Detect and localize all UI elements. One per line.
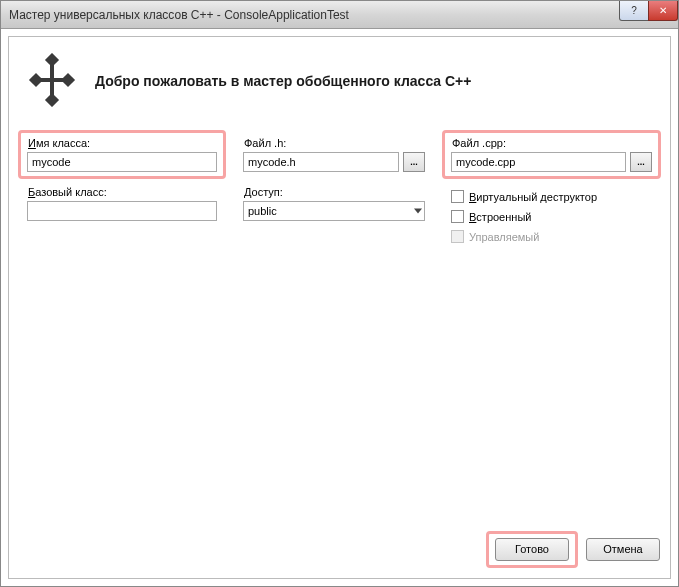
access-field: Доступ:: [243, 186, 425, 221]
base-class-label: Базовый класс:: [27, 186, 217, 198]
file-h-browse-button[interactable]: ...: [403, 152, 425, 172]
inline-label: Встроенный: [469, 211, 531, 223]
file-h-label: Файл .h:: [243, 137, 425, 149]
base-class-field: Базовый класс:: [27, 186, 217, 221]
access-value[interactable]: [243, 201, 425, 221]
inner-panel: Добро пожаловать в мастер обобщенного кл…: [8, 36, 671, 579]
client-area: Добро пожаловать в мастер обобщенного кл…: [1, 29, 678, 586]
spacer: [9, 243, 670, 532]
access-label: Доступ:: [243, 186, 425, 198]
titlebar[interactable]: Мастер универсальных классов C++ - Conso…: [1, 1, 678, 29]
managed-checkbox: Управляемый: [451, 230, 652, 243]
wizard-header: Добро пожаловать в мастер обобщенного кл…: [9, 37, 670, 137]
managed-label: Управляемый: [469, 231, 539, 243]
wizard-window: Мастер универсальных классов C++ - Conso…: [0, 0, 679, 587]
svg-rect-5: [32, 78, 72, 82]
file-h-input[interactable]: [243, 152, 399, 172]
window-title: Мастер универсальных классов C++ - Conso…: [9, 8, 674, 22]
file-cpp-browse-button[interactable]: ...: [630, 152, 652, 172]
checkbox-icon: [451, 210, 464, 223]
wizard-title: Добро пожаловать в мастер обобщенного кл…: [95, 73, 471, 89]
option-checkboxes: Виртуальный деструктор Встроенный Управл…: [451, 190, 652, 243]
class-name-field: ИИмя класса:мя класса:: [27, 137, 217, 172]
access-select[interactable]: [243, 201, 425, 221]
virtual-destructor-label: Виртуальный деструктор: [469, 191, 597, 203]
form-area: ИИмя класса:мя класса: Файл .h: ... Файл…: [9, 137, 670, 243]
button-bar: Готово Отмена: [9, 532, 670, 578]
file-cpp-input[interactable]: [451, 152, 626, 172]
file-cpp-label: Файл .cpp:: [451, 137, 652, 149]
window-controls: ? ✕: [619, 1, 678, 21]
file-cpp-field: Файл .cpp: ...: [451, 137, 652, 172]
wizard-icon: [25, 53, 79, 109]
virtual-destructor-checkbox[interactable]: Виртуальный деструктор: [451, 190, 652, 203]
inline-checkbox[interactable]: Встроенный: [451, 210, 652, 223]
checkbox-icon: [451, 230, 464, 243]
cancel-button[interactable]: Отмена: [586, 538, 660, 561]
base-class-input[interactable]: [27, 201, 217, 221]
finish-button[interactable]: Готово: [495, 538, 569, 561]
help-button[interactable]: ?: [619, 1, 649, 21]
file-cpp-highlight: Файл .cpp: ...: [442, 130, 661, 179]
class-name-input[interactable]: [27, 152, 217, 172]
class-name-label: ИИмя класса:мя класса:: [27, 137, 217, 149]
file-h-field: Файл .h: ...: [243, 137, 425, 172]
close-button[interactable]: ✕: [648, 1, 678, 21]
finish-highlight: Готово: [486, 531, 578, 568]
class-name-highlight: ИИмя класса:мя класса:: [18, 130, 226, 179]
checkbox-icon: [451, 190, 464, 203]
